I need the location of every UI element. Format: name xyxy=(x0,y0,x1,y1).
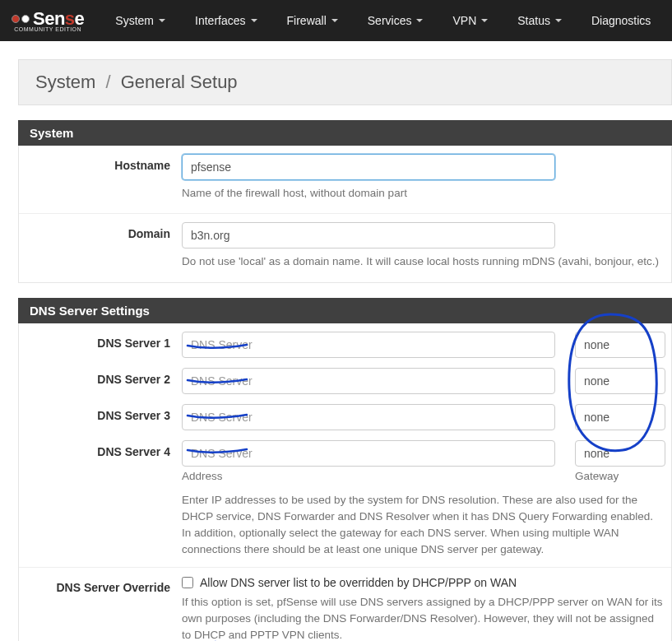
panel-header-dns: DNS Server Settings xyxy=(18,298,672,323)
gateway-value: none xyxy=(584,374,609,388)
row-domain: Domain Do not use 'local' as a domain na… xyxy=(19,213,671,281)
nav-item-diagnostics[interactable]: Diagnostics xyxy=(577,2,665,39)
row-dns-3: DNS Server 3 none xyxy=(19,399,671,435)
caret-down-icon xyxy=(555,19,562,22)
label-dns-3: DNS Server 3 xyxy=(19,404,182,430)
dns-override-checkbox[interactable] xyxy=(182,577,193,588)
nav-label: Interfaces xyxy=(195,14,245,27)
logo-mark-icon xyxy=(12,15,30,23)
logo[interactable]: Sense COMMUNITY EDITION xyxy=(12,10,84,32)
help-domain: Do not use 'local' as a domain name. It … xyxy=(182,253,663,270)
dns3-address-input[interactable] xyxy=(182,404,555,430)
nav-label: Services xyxy=(368,14,412,27)
top-navbar: Sense COMMUNITY EDITION System Interface… xyxy=(0,0,672,41)
label-dns-1: DNS Server 1 xyxy=(19,332,182,358)
caret-down-icon xyxy=(481,19,488,22)
gateway-value: none xyxy=(584,447,609,460)
nav-item-vpn[interactable]: VPN xyxy=(438,2,503,39)
help-dns-servers: Enter IP addresses to be used by the sys… xyxy=(182,492,665,559)
dns4-address-input[interactable] xyxy=(182,440,555,467)
breadcrumb-current: General Setup xyxy=(121,72,238,92)
panel-header-system: System xyxy=(18,120,672,146)
gateway-value: none xyxy=(584,411,609,424)
sublabel-address: Address xyxy=(182,470,555,482)
nav-item-status[interactable]: Status xyxy=(503,2,577,39)
row-dns-2: DNS Server 2 none xyxy=(19,363,671,399)
caret-down-icon xyxy=(251,19,257,22)
dns3-gateway-select[interactable]: none xyxy=(575,404,665,430)
dns-override-checkbox-label: Allow DNS server list to be overridden b… xyxy=(200,576,517,589)
label-dns-override: DNS Server Override xyxy=(19,576,182,642)
nav-label: Firewall xyxy=(287,14,327,27)
caret-down-icon xyxy=(159,19,165,22)
nav-label: Status xyxy=(517,14,550,27)
label-dns-4: DNS Server 4 xyxy=(19,440,182,559)
label-hostname: Hostname xyxy=(19,154,182,202)
nav-label: VPN xyxy=(452,14,476,27)
sublabel-gateway: Gateway xyxy=(575,470,619,482)
breadcrumb-sep: / xyxy=(105,72,110,92)
panel-dns: DNS Server Settings DNS Server 1 none DN… xyxy=(18,298,672,642)
help-dns-override: If this option is set, pfSense will use … xyxy=(182,594,663,642)
nav-item-system[interactable]: System xyxy=(100,2,180,39)
nav-label: System xyxy=(115,14,154,27)
caret-down-icon xyxy=(416,19,423,22)
label-domain: Domain xyxy=(19,222,182,270)
dns2-address-input[interactable] xyxy=(182,368,555,394)
logo-subtitle: COMMUNITY EDITION xyxy=(12,26,84,32)
label-dns-2: DNS Server 2 xyxy=(19,368,182,394)
gateway-value: none xyxy=(584,338,609,351)
nav-items: System Interfaces Firewall Services VPN … xyxy=(100,2,665,39)
nav-item-interfaces[interactable]: Interfaces xyxy=(180,2,271,39)
row-hostname: Hostname Name of the firewall host, with… xyxy=(19,146,671,213)
dns4-gateway-select[interactable]: none xyxy=(575,440,665,467)
row-dns-1: DNS Server 1 none xyxy=(19,323,671,363)
domain-input[interactable] xyxy=(182,222,555,249)
panel-system: System Hostname Name of the firewall hos… xyxy=(18,120,672,283)
caret-down-icon xyxy=(331,19,338,22)
logo-text: Sense xyxy=(33,10,84,28)
nav-label: Diagnostics xyxy=(591,14,651,27)
dns2-gateway-select[interactable]: none xyxy=(575,368,665,394)
breadcrumb-root[interactable]: System xyxy=(35,72,95,92)
nav-item-services[interactable]: Services xyxy=(353,2,438,39)
row-dns-4: DNS Server 4 none Address Gateway Enter … xyxy=(19,435,671,567)
dns1-address-input[interactable] xyxy=(182,332,555,358)
help-hostname: Name of the firewall host, without domai… xyxy=(182,185,663,202)
breadcrumb: System / General Setup xyxy=(18,59,672,105)
dns1-gateway-select[interactable]: none xyxy=(575,332,665,358)
row-dns-override: DNS Server Override Allow DNS server lis… xyxy=(19,567,671,642)
hostname-input[interactable] xyxy=(182,154,555,180)
nav-item-firewall[interactable]: Firewall xyxy=(272,2,353,39)
